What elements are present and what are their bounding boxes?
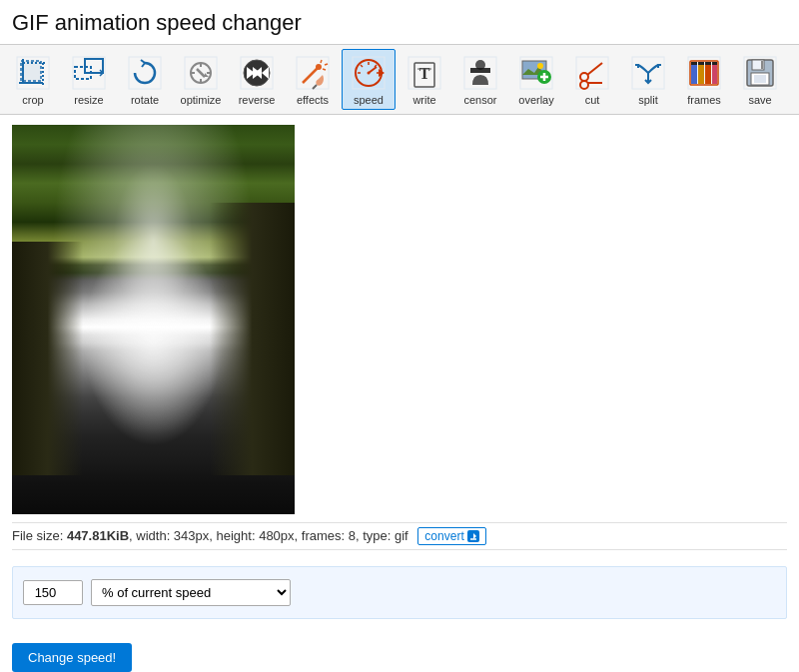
page-title: GIF animation speed changer bbox=[0, 0, 799, 44]
tool-optimize-label: optimize bbox=[181, 94, 222, 106]
file-size-value: 447.81KiB bbox=[67, 528, 129, 543]
file-size-prefix: File size: bbox=[12, 528, 67, 543]
tool-crop-label: crop bbox=[22, 94, 43, 106]
svg-line-17 bbox=[197, 69, 205, 77]
tool-resize[interactable]: resize bbox=[62, 49, 116, 110]
tool-overlay-label: overlay bbox=[518, 94, 553, 106]
svg-rect-63 bbox=[691, 62, 697, 84]
toolbar: crop resize rotate bbox=[0, 44, 799, 115]
tool-speed-label: speed bbox=[354, 94, 384, 106]
svg-line-27 bbox=[321, 60, 322, 63]
tool-cut[interactable]: cut bbox=[565, 49, 619, 110]
convert-download-icon bbox=[467, 530, 479, 542]
svg-rect-68 bbox=[698, 62, 704, 65]
svg-line-28 bbox=[325, 64, 328, 65]
speed-select[interactable]: % of current speed % of original speed m… bbox=[91, 579, 291, 606]
svg-point-26 bbox=[316, 64, 322, 70]
svg-line-38 bbox=[361, 65, 363, 67]
svg-rect-64 bbox=[698, 62, 704, 84]
tool-frames-label: frames bbox=[687, 94, 721, 106]
convert-label: convert bbox=[424, 529, 463, 543]
tool-reverse[interactable]: reverse bbox=[230, 49, 284, 110]
tool-effects-label: effects bbox=[297, 94, 329, 106]
svg-rect-47 bbox=[470, 68, 490, 73]
svg-rect-69 bbox=[705, 62, 711, 65]
tool-save[interactable]: save bbox=[733, 49, 787, 110]
svg-rect-76 bbox=[761, 61, 763, 69]
speed-section: % of current speed % of original speed m… bbox=[12, 566, 787, 619]
tool-write[interactable]: T write bbox=[398, 49, 451, 110]
tool-rotate-label: rotate bbox=[131, 94, 159, 106]
tool-write-label: write bbox=[412, 94, 435, 106]
tool-frames[interactable]: frames bbox=[677, 49, 731, 110]
file-details: , width: 343px, height: 480px, frames: 8… bbox=[129, 528, 408, 543]
tool-split[interactable]: split bbox=[621, 49, 675, 110]
change-speed-button[interactable]: Change speed! bbox=[12, 643, 132, 672]
svg-text:T: T bbox=[419, 65, 430, 82]
svg-point-50 bbox=[537, 63, 543, 69]
tool-censor-label: censor bbox=[463, 94, 496, 106]
tool-effects[interactable]: effects bbox=[286, 49, 340, 110]
svg-rect-67 bbox=[691, 62, 697, 65]
svg-line-25 bbox=[303, 67, 319, 83]
tool-crop[interactable]: crop bbox=[6, 49, 60, 110]
svg-rect-75 bbox=[754, 75, 766, 83]
convert-button[interactable]: convert bbox=[417, 527, 485, 545]
tool-split-label: split bbox=[638, 94, 658, 106]
svg-rect-5 bbox=[21, 61, 41, 81]
svg-rect-65 bbox=[705, 62, 711, 84]
svg-point-56 bbox=[580, 81, 588, 89]
tool-reverse-label: reverse bbox=[239, 94, 276, 106]
gif-preview bbox=[12, 125, 295, 514]
tool-save-label: save bbox=[748, 94, 771, 106]
svg-line-34 bbox=[369, 67, 377, 73]
tool-cut-label: cut bbox=[585, 94, 600, 106]
main-content: File size: 447.81KiB, width: 343px, heig… bbox=[0, 115, 799, 672]
tool-optimize[interactable]: optimize bbox=[174, 49, 228, 110]
tool-rotate[interactable]: rotate bbox=[118, 49, 172, 110]
tool-overlay[interactable]: overlay bbox=[509, 49, 563, 110]
tool-censor[interactable]: censor bbox=[453, 49, 507, 110]
svg-rect-66 bbox=[712, 62, 717, 84]
svg-line-57 bbox=[587, 63, 602, 75]
file-info: File size: 447.81KiB, width: 343px, heig… bbox=[12, 522, 787, 550]
speed-input[interactable] bbox=[23, 580, 83, 605]
tool-speed[interactable]: speed bbox=[342, 49, 396, 110]
svg-line-30 bbox=[313, 85, 317, 89]
tool-resize-label: resize bbox=[74, 94, 103, 106]
svg-rect-70 bbox=[712, 62, 717, 65]
svg-line-29 bbox=[323, 69, 326, 70]
